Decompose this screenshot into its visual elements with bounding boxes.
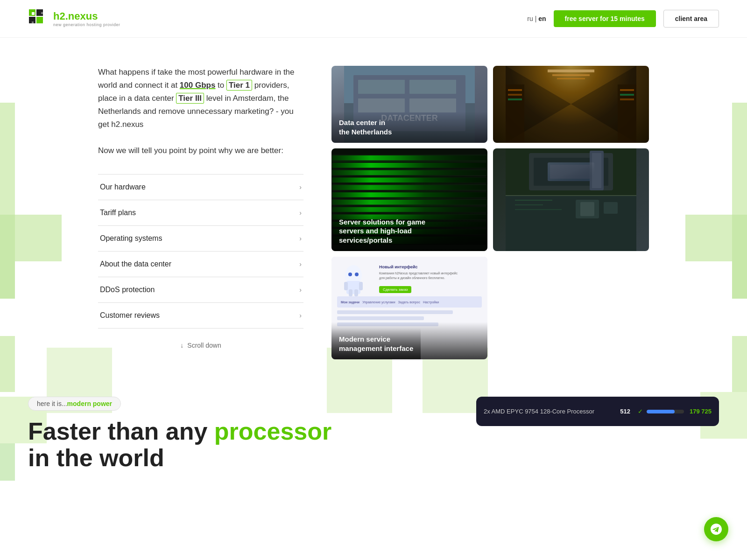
menu-item-ddos[interactable]: DDoS protection › xyxy=(98,277,303,303)
card-datacenter-nl[interactable]: DATACENTЕR Data center in the Netherland… xyxy=(331,66,487,143)
svg-rect-62 xyxy=(344,282,348,290)
card-mgmt-interface[interactable]: Новый интерфейс Компания h2Nexus предста… xyxy=(331,257,487,359)
right-column: DATACENTЕR Data center in the Netherland… xyxy=(331,66,649,359)
menu-item-datacenter[interactable]: About the data center › xyxy=(98,252,303,277)
client-area-button[interactable]: client area xyxy=(663,10,719,28)
header: h2.nexus new generation hosting provider… xyxy=(0,0,747,38)
svg-rect-69 xyxy=(515,200,552,201)
check-icon: ✓ xyxy=(638,408,643,415)
menu-label-tariff: Tariff plans xyxy=(100,209,136,217)
heading-black: Faster than any xyxy=(28,418,214,445)
svg-rect-63 xyxy=(359,282,363,290)
logo-tagline: new generation hosting provider xyxy=(53,22,120,27)
card-server-green[interactable]: Server solutions for gameservers and hig… xyxy=(331,148,487,251)
menu-label-os: Operating systems xyxy=(100,234,162,243)
svg-rect-71 xyxy=(515,209,562,210)
features-menu: Our hardware › Tariff plans › Operating … xyxy=(98,174,303,329)
main-content: What happens if take the most powerful h… xyxy=(70,38,677,378)
logo-icon xyxy=(28,8,49,29)
left-column: What happens if take the most powerful h… xyxy=(98,66,303,359)
svg-rect-3 xyxy=(36,17,43,23)
heading-green: processor xyxy=(214,418,331,445)
menu-item-os[interactable]: Operating systems › xyxy=(98,226,303,252)
lang-en[interactable]: en xyxy=(538,15,546,22)
menu-item-tariff[interactable]: Tariff plans › xyxy=(98,200,303,226)
lang-sep: | xyxy=(535,15,537,22)
image-grid: DATACENTЕR Data center in the Netherland… xyxy=(331,66,649,359)
proc-price: 179 725 xyxy=(690,408,712,415)
svg-point-59 xyxy=(348,273,352,276)
svg-rect-68 xyxy=(506,195,636,196)
svg-rect-6 xyxy=(32,21,34,23)
logo-name: h2.nexus xyxy=(53,10,120,22)
proc-cpu-name: 2x AMD EPYC 9754 128-Core Processor xyxy=(484,408,613,415)
lang-switcher[interactable]: ru | en xyxy=(527,15,546,22)
logo-text-container: h2.nexus new generation hosting provider xyxy=(53,10,120,27)
menu-label-hardware: Our hardware xyxy=(100,183,146,191)
heading-black2: in the world xyxy=(28,444,164,471)
tag-green-text: modern power xyxy=(67,400,112,407)
svg-rect-73 xyxy=(580,202,594,216)
svg-rect-5 xyxy=(41,12,43,14)
arrow-down-icon: ↓ xyxy=(180,342,183,349)
scroll-down[interactable]: ↓ Scroll down xyxy=(98,342,303,349)
tag-text: here it is... xyxy=(37,400,67,407)
card-hardware[interactable] xyxy=(493,148,649,251)
chevron-right-icon: › xyxy=(299,209,302,217)
svg-rect-61 xyxy=(346,281,360,294)
svg-rect-64 xyxy=(349,289,352,296)
intro-paragraph: What happens if take the most powerful h… xyxy=(98,66,303,157)
chevron-right-icon: › xyxy=(299,183,302,191)
bottom-left: here it is... modern power Faster than a… xyxy=(28,397,448,471)
tag-label: here it is... modern power xyxy=(28,397,121,411)
chevron-right-icon: › xyxy=(299,235,302,242)
menu-item-hardware[interactable]: Our hardware › xyxy=(98,175,303,200)
card-label-server-green: Server solutions for gameservers and hig… xyxy=(331,211,487,252)
svg-rect-74 xyxy=(604,202,618,214)
svg-rect-81 xyxy=(548,162,594,181)
card-corridor[interactable] xyxy=(493,66,649,143)
free-server-button[interactable]: free server for 15 minutes xyxy=(554,10,656,27)
lang-ru[interactable]: ru xyxy=(527,15,533,22)
chevron-right-icon: › xyxy=(299,260,302,268)
tier1-highlight: Tier 1 xyxy=(226,80,252,91)
processor-card-right: 2x AMD EPYC 9754 128-Core Processor 512 … xyxy=(476,397,719,426)
telegram-fab-button[interactable] xyxy=(704,517,728,541)
svg-rect-29 xyxy=(506,66,636,143)
card-label-datacenter-nl: Data center in the Netherlands xyxy=(331,112,487,143)
telegram-icon xyxy=(710,523,723,536)
svg-rect-4 xyxy=(32,12,35,15)
card-label-mgmt: Modern servicemanagement interface xyxy=(331,328,421,359)
header-right: ru | en free server for 15 minutes clien… xyxy=(527,10,719,28)
svg-rect-65 xyxy=(354,289,358,296)
scroll-down-label: Scroll down xyxy=(187,342,221,349)
big-heading: Faster than any processor in the world xyxy=(28,418,448,471)
menu-item-reviews[interactable]: Customer reviews › xyxy=(98,303,303,329)
chevron-right-icon: › xyxy=(299,312,302,319)
processor-row: 2x AMD EPYC 9754 128-Core Processor 512 … xyxy=(484,404,712,419)
speed-highlight: 100 Gbps xyxy=(180,81,216,90)
bottom-section: here it is... modern power Faster than a… xyxy=(0,378,747,490)
menu-label-reviews: Customer reviews xyxy=(100,311,160,320)
svg-point-60 xyxy=(355,273,359,276)
tier3-highlight: Tier III xyxy=(176,93,204,104)
logo-name-green: nexus xyxy=(68,10,98,22)
proc-bar xyxy=(647,410,684,413)
menu-label-ddos: DDoS protection xyxy=(100,286,155,294)
menu-label-datacenter: About the data center xyxy=(100,260,171,268)
chevron-right-icon: › xyxy=(299,286,302,294)
svg-rect-70 xyxy=(515,204,543,205)
proc-bar-fill xyxy=(647,410,675,413)
proc-cores: 512 xyxy=(620,408,630,415)
logo-name-black: h2. xyxy=(53,10,68,22)
logo[interactable]: h2.nexus new generation hosting provider xyxy=(28,8,120,29)
